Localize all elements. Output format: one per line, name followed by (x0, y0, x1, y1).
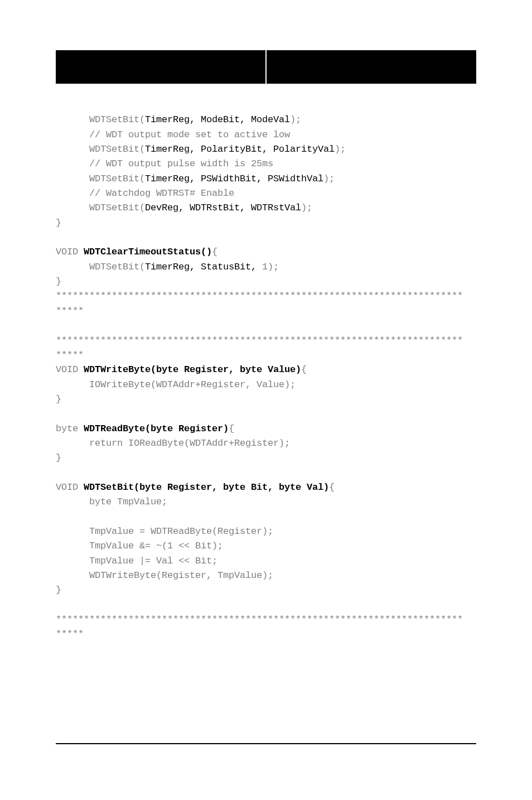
code-text: { (329, 482, 335, 493)
code-text: WDTSetBit( (89, 114, 145, 125)
code-stars: ****************************************… (56, 291, 463, 301)
code-text: ); (290, 114, 301, 125)
code-text: return IOReadByte(WDTAddr+Register); (56, 436, 290, 451)
code-text: VOID (56, 364, 84, 375)
header-right (267, 50, 476, 84)
code-text: ); (335, 144, 346, 155)
code-text: WDTSetBit( (89, 203, 145, 213)
code-brace: } (56, 276, 61, 287)
code-text: WDTReadByte(byte Register) (84, 423, 229, 434)
code-text: VOID (56, 247, 84, 257)
code-brace: } (56, 218, 61, 228)
code-stars: ***** (56, 350, 84, 360)
code-text: ); (301, 203, 312, 213)
code-text: { (212, 247, 217, 257)
footer-divider (56, 743, 476, 744)
code-stars: ****************************************… (56, 335, 463, 346)
code-text: byte TmpValue; (56, 495, 167, 509)
code-stars: ****************************************… (56, 614, 463, 625)
code-text: WDTWriteByte(Register, TmpValue); (56, 568, 273, 583)
code-brace: } (56, 394, 61, 404)
code-text: TmpValue &= ~(1 << Bit); (56, 539, 223, 553)
code-text: VOID (56, 482, 84, 493)
code-text: DevReg, WDTRstBit, WDTRstVal (145, 203, 301, 213)
code-comment: // WDT output pulse width is 25ms (56, 157, 273, 171)
code-text: TimerReg, PSWidthBit, PSWidthVal (145, 174, 323, 184)
code-block: WDTSetBit(TimerReg, ModeBit, ModeVal); /… (56, 98, 476, 642)
code-text: TimerReg, StatusBit, (145, 262, 257, 272)
code-text: { (229, 423, 234, 434)
code-text: TimerReg, PolarityBit, PolarityVal (145, 144, 335, 155)
code-stars: ***** (56, 629, 84, 639)
code-text: WDTSetBit(byte Register, byte Bit, byte … (84, 482, 329, 493)
code-comment: // Watchdog WDTRST# Enable (56, 186, 234, 201)
code-text: WDTSetBit( (89, 144, 145, 155)
code-text: WDTClearTimeoutStatus() (84, 247, 212, 257)
code-text: TmpValue |= Val << Bit; (56, 554, 217, 568)
code-text: 1); (257, 262, 279, 272)
code-text: IOWriteByte(WDTAddr+Register, Value); (56, 378, 296, 392)
code-text: ); (323, 174, 335, 184)
code-text: WDTWriteByte(byte Register, byte Value) (84, 364, 301, 375)
code-text: byte (56, 423, 84, 434)
code-text: WDTSetBit( (89, 174, 145, 184)
code-text: WDTSetBit( (89, 262, 145, 272)
code-text: TmpValue = WDTReadByte(Register); (56, 524, 273, 539)
code-brace: } (56, 585, 61, 595)
code-comment: // WDT output mode set to active low (56, 128, 290, 142)
code-stars: ***** (56, 306, 84, 316)
code-text: TimerReg, ModeBit, ModeVal (145, 114, 290, 125)
code-text: { (301, 364, 307, 375)
header-left (56, 50, 267, 84)
header-bar (56, 50, 476, 84)
code-brace: } (56, 452, 61, 463)
